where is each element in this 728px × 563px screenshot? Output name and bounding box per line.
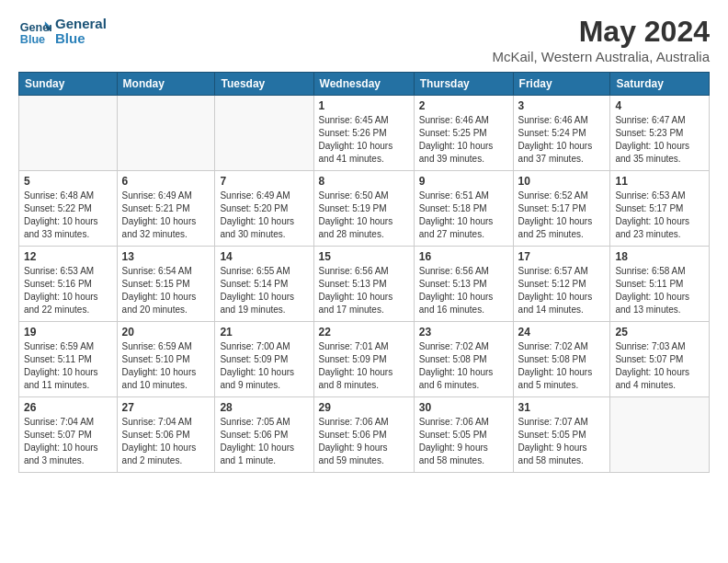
table-row	[215, 96, 313, 171]
day-info: Sunrise: 6:53 AM Sunset: 5:16 PM Dayligh…	[24, 265, 112, 316]
day-info: Sunrise: 7:05 AM Sunset: 5:06 PM Dayligh…	[220, 416, 308, 467]
day-number: 3	[518, 99, 606, 112]
day-number: 5	[24, 175, 112, 188]
table-row: 7Sunrise: 6:49 AM Sunset: 5:20 PM Daylig…	[215, 171, 313, 247]
day-info: Sunrise: 6:49 AM Sunset: 5:21 PM Dayligh…	[122, 190, 210, 241]
table-row: 23Sunrise: 7:02 AM Sunset: 5:08 PM Dayli…	[414, 322, 513, 397]
day-info: Sunrise: 6:54 AM Sunset: 5:15 PM Dayligh…	[122, 265, 210, 316]
calendar-table: Sunday Monday Tuesday Wednesday Thursday…	[18, 72, 710, 473]
day-number: 26	[24, 401, 112, 414]
day-info: Sunrise: 7:06 AM Sunset: 5:06 PM Dayligh…	[319, 416, 409, 467]
col-wednesday: Wednesday	[313, 73, 414, 96]
day-number: 11	[615, 175, 704, 188]
col-sunday: Sunday	[19, 73, 118, 96]
table-row: 15Sunrise: 6:56 AM Sunset: 5:13 PM Dayli…	[313, 247, 414, 322]
day-info: Sunrise: 7:06 AM Sunset: 5:05 PM Dayligh…	[419, 416, 508, 467]
table-row: 25Sunrise: 7:03 AM Sunset: 5:07 PM Dayli…	[610, 322, 710, 397]
day-info: Sunrise: 6:55 AM Sunset: 5:14 PM Dayligh…	[220, 265, 308, 316]
table-row: 28Sunrise: 7:05 AM Sunset: 5:06 PM Dayli…	[215, 397, 313, 473]
col-monday: Monday	[117, 73, 215, 96]
day-info: Sunrise: 6:46 AM Sunset: 5:25 PM Dayligh…	[419, 114, 508, 166]
day-number: 17	[518, 250, 606, 263]
day-info: Sunrise: 7:00 AM Sunset: 5:09 PM Dayligh…	[220, 340, 308, 392]
day-info: Sunrise: 6:59 AM Sunset: 5:10 PM Dayligh…	[122, 340, 210, 392]
day-info: Sunrise: 6:53 AM Sunset: 5:17 PM Dayligh…	[615, 190, 704, 241]
col-tuesday: Tuesday	[215, 73, 313, 96]
day-number: 14	[220, 250, 308, 263]
day-info: Sunrise: 6:45 AM Sunset: 5:26 PM Dayligh…	[319, 114, 409, 166]
table-row: 18Sunrise: 6:58 AM Sunset: 5:11 PM Dayli…	[610, 247, 710, 322]
day-number: 4	[615, 99, 704, 112]
day-number: 2	[419, 99, 508, 112]
col-saturday: Saturday	[610, 73, 710, 96]
table-row: 30Sunrise: 7:06 AM Sunset: 5:05 PM Dayli…	[414, 397, 513, 473]
day-number: 24	[518, 326, 606, 339]
day-info: Sunrise: 6:56 AM Sunset: 5:13 PM Dayligh…	[419, 265, 508, 316]
day-number: 27	[122, 401, 210, 414]
day-info: Sunrise: 6:46 AM Sunset: 5:24 PM Dayligh…	[518, 114, 606, 166]
col-thursday: Thursday	[414, 73, 513, 96]
table-row: 3Sunrise: 6:46 AM Sunset: 5:24 PM Daylig…	[513, 96, 610, 171]
day-number: 19	[24, 326, 112, 339]
day-info: Sunrise: 6:56 AM Sunset: 5:13 PM Dayligh…	[319, 265, 409, 316]
day-number: 29	[319, 401, 409, 414]
table-row: 20Sunrise: 6:59 AM Sunset: 5:10 PM Dayli…	[117, 322, 215, 397]
day-info: Sunrise: 6:49 AM Sunset: 5:20 PM Dayligh…	[220, 190, 308, 241]
day-number: 12	[24, 250, 112, 263]
logo-line2: Blue	[55, 31, 107, 47]
calendar-week-row: 12Sunrise: 6:53 AM Sunset: 5:16 PM Dayli…	[19, 247, 710, 322]
calendar-week-row: 26Sunrise: 7:04 AM Sunset: 5:07 PM Dayli…	[19, 397, 710, 473]
day-number: 31	[518, 401, 606, 414]
day-info: Sunrise: 6:52 AM Sunset: 5:17 PM Dayligh…	[518, 190, 606, 241]
table-row: 13Sunrise: 6:54 AM Sunset: 5:15 PM Dayli…	[117, 247, 215, 322]
day-number: 9	[419, 175, 508, 188]
day-number: 21	[220, 326, 308, 339]
day-info: Sunrise: 7:02 AM Sunset: 5:08 PM Dayligh…	[419, 340, 508, 392]
logo-line1: General	[55, 17, 107, 32]
day-number: 10	[518, 175, 606, 188]
calendar-header-row: Sunday Monday Tuesday Wednesday Thursday…	[19, 73, 710, 96]
day-info: Sunrise: 6:59 AM Sunset: 5:11 PM Dayligh…	[24, 340, 112, 392]
day-number: 28	[220, 401, 308, 414]
calendar-week-row: 5Sunrise: 6:48 AM Sunset: 5:22 PM Daylig…	[19, 171, 710, 247]
day-info: Sunrise: 6:48 AM Sunset: 5:22 PM Dayligh…	[24, 190, 112, 241]
day-number: 13	[122, 250, 210, 263]
table-row: 10Sunrise: 6:52 AM Sunset: 5:17 PM Dayli…	[513, 171, 610, 247]
table-row: 21Sunrise: 7:00 AM Sunset: 5:09 PM Dayli…	[215, 322, 313, 397]
logo-icon: General Blue	[18, 15, 51, 48]
table-row: 9Sunrise: 6:51 AM Sunset: 5:18 PM Daylig…	[414, 171, 513, 247]
table-row: 22Sunrise: 7:01 AM Sunset: 5:09 PM Dayli…	[313, 322, 414, 397]
day-info: Sunrise: 7:03 AM Sunset: 5:07 PM Dayligh…	[615, 340, 704, 392]
day-info: Sunrise: 7:04 AM Sunset: 5:06 PM Dayligh…	[122, 416, 210, 467]
table-row: 24Sunrise: 7:02 AM Sunset: 5:08 PM Dayli…	[513, 322, 610, 397]
day-info: Sunrise: 7:04 AM Sunset: 5:07 PM Dayligh…	[24, 416, 112, 467]
location: McKail, Western Australia, Australia	[493, 49, 710, 64]
table-row: 11Sunrise: 6:53 AM Sunset: 5:17 PM Dayli…	[610, 171, 710, 247]
day-number: 6	[122, 175, 210, 188]
day-number: 22	[319, 326, 409, 339]
header: General Blue General Blue May 2024 McKai…	[18, 15, 710, 64]
table-row	[19, 96, 118, 171]
day-info: Sunrise: 7:01 AM Sunset: 5:09 PM Dayligh…	[319, 340, 409, 392]
day-info: Sunrise: 6:51 AM Sunset: 5:18 PM Dayligh…	[419, 190, 508, 241]
day-number: 8	[319, 175, 409, 188]
table-row	[117, 96, 215, 171]
day-number: 15	[319, 250, 409, 263]
table-row: 16Sunrise: 6:56 AM Sunset: 5:13 PM Dayli…	[414, 247, 513, 322]
col-friday: Friday	[513, 73, 610, 96]
table-row: 19Sunrise: 6:59 AM Sunset: 5:11 PM Dayli…	[19, 322, 118, 397]
svg-text:Blue: Blue	[20, 33, 45, 46]
table-row: 12Sunrise: 6:53 AM Sunset: 5:16 PM Dayli…	[19, 247, 118, 322]
day-info: Sunrise: 7:02 AM Sunset: 5:08 PM Dayligh…	[518, 340, 606, 392]
day-info: Sunrise: 6:47 AM Sunset: 5:23 PM Dayligh…	[615, 114, 704, 166]
table-row: 1Sunrise: 6:45 AM Sunset: 5:26 PM Daylig…	[313, 96, 414, 171]
day-number: 16	[419, 250, 508, 263]
day-info: Sunrise: 6:58 AM Sunset: 5:11 PM Dayligh…	[615, 265, 704, 316]
day-number: 25	[615, 326, 704, 339]
table-row: 26Sunrise: 7:04 AM Sunset: 5:07 PM Dayli…	[19, 397, 118, 473]
day-number: 1	[319, 99, 409, 112]
day-number: 23	[419, 326, 508, 339]
title-block: May 2024 McKail, Western Australia, Aust…	[493, 15, 710, 64]
table-row: 29Sunrise: 7:06 AM Sunset: 5:06 PM Dayli…	[313, 397, 414, 473]
day-number: 20	[122, 326, 210, 339]
